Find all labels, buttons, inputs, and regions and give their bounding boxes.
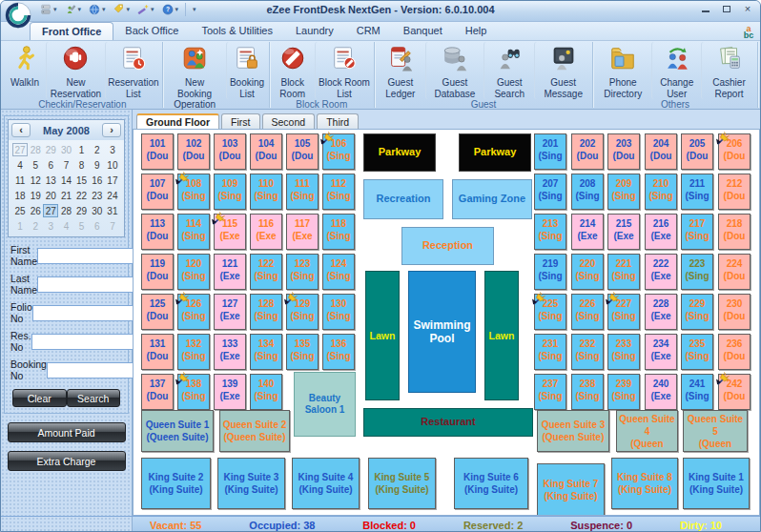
new-booking-operation-button[interactable]: New Booking Operation bbox=[164, 42, 226, 111]
room-210[interactable]: 210(Sing bbox=[645, 174, 677, 210]
calendar-day[interactable]: 19 bbox=[28, 189, 43, 202]
calendar-next-icon[interactable]: › bbox=[102, 123, 121, 137]
calendar-day[interactable]: 5 bbox=[74, 219, 90, 233]
calendar-day[interactable]: 20 bbox=[43, 189, 58, 202]
room-138[interactable]: 138(Sing bbox=[177, 374, 210, 410]
room-228[interactable]: 228(Exe bbox=[645, 294, 677, 330]
queen-suite-4[interactable]: Queen Suite 4(Queen bbox=[616, 410, 678, 452]
calendar-day[interactable]: 28 bbox=[28, 143, 43, 156]
room-239[interactable]: 239(Sing bbox=[607, 374, 640, 410]
queen-suite-2[interactable]: Queen Suite 2(Queen Suite) bbox=[219, 410, 290, 452]
king-suite-1[interactable]: King Suite 1(King Suite) bbox=[683, 458, 750, 509]
guest-database-button[interactable]: Guest Database bbox=[425, 42, 483, 99]
calendar-day[interactable]: 9 bbox=[90, 158, 105, 172]
room-219[interactable]: 219(Sing bbox=[534, 254, 566, 290]
calendar-day[interactable]: 24 bbox=[105, 189, 120, 202]
calendar-day[interactable]: 22 bbox=[74, 189, 90, 202]
guest-message-button[interactable]: Guest Message bbox=[534, 42, 591, 99]
calendar-day[interactable]: 5 bbox=[28, 158, 43, 172]
room-231[interactable]: 231(Sing bbox=[534, 334, 566, 370]
calendar-day[interactable]: 27 bbox=[12, 143, 28, 156]
calendar-day[interactable]: 10 bbox=[105, 158, 120, 172]
room-218[interactable]: 218(Dou bbox=[718, 214, 751, 250]
calendar-day[interactable]: 4 bbox=[12, 158, 28, 172]
room-104[interactable]: 104(Dou bbox=[250, 133, 282, 170]
search-button[interactable]: Search bbox=[67, 389, 121, 407]
queen-suite-1[interactable]: Queen Suite 1(Queen Suite) bbox=[141, 410, 214, 452]
room-221[interactable]: 221(Sing bbox=[607, 254, 640, 290]
room-211[interactable]: 211(Sing bbox=[681, 174, 713, 210]
room-226[interactable]: 226(Sing bbox=[571, 294, 604, 330]
king-suite-8[interactable]: King Suite 8(King Suite) bbox=[611, 458, 678, 509]
calendar-day[interactable]: 29 bbox=[43, 143, 58, 156]
room-207[interactable]: 207(Sing bbox=[534, 174, 566, 210]
block-room-button[interactable]: Block Room bbox=[271, 42, 315, 99]
calendar-day[interactable]: 17 bbox=[105, 174, 120, 187]
new-reservation-button[interactable]: New Reservation bbox=[46, 42, 105, 99]
room-128[interactable]: 128(Sing bbox=[250, 294, 282, 330]
room-103[interactable]: 103(Dou bbox=[214, 133, 246, 170]
room-204[interactable]: 204(Dou bbox=[645, 133, 677, 170]
calendar-day[interactable]: 27 bbox=[43, 204, 58, 217]
calendar-day[interactable]: 12 bbox=[28, 174, 43, 187]
room-136[interactable]: 136(Sing bbox=[322, 334, 355, 370]
menu-tab-tools-utilities[interactable]: Tools & Utilities bbox=[190, 22, 284, 40]
calendar-day[interactable]: 6 bbox=[43, 158, 58, 172]
calendar-day[interactable]: 3 bbox=[43, 219, 58, 233]
room-238[interactable]: 238(Sing bbox=[571, 374, 604, 410]
room-101[interactable]: 101(Dou bbox=[141, 133, 174, 170]
calendar-day[interactable]: 11 bbox=[12, 174, 28, 187]
room-137[interactable]: 137(Dou bbox=[141, 374, 174, 410]
room-116[interactable]: 116(Exe bbox=[250, 214, 282, 250]
room-222[interactable]: 222(Exe bbox=[645, 254, 677, 290]
room-202[interactable]: 202(Dou bbox=[571, 133, 604, 170]
room-140[interactable]: 140(Sing bbox=[250, 374, 282, 410]
calendar-day[interactable]: 7 bbox=[58, 158, 73, 172]
king-suite-7[interactable]: King Suite 7(King Suite) bbox=[537, 463, 605, 516]
extra-charge-button[interactable]: Extra Charge bbox=[8, 451, 126, 471]
guest-search-button[interactable]: Guest Search bbox=[483, 42, 534, 99]
room-115[interactable]: 115(Exe bbox=[214, 214, 246, 250]
room-121[interactable]: 121(Exe bbox=[214, 254, 246, 290]
king-suite-6[interactable]: King Suite 6(King Suite) bbox=[454, 458, 528, 509]
room-124[interactable]: 124(Sing bbox=[322, 254, 355, 290]
king-suite-3[interactable]: King Suite 3(King Suite) bbox=[217, 458, 285, 509]
change-user-button[interactable]: Change User bbox=[651, 42, 701, 99]
room-123[interactable]: 123(Sing bbox=[286, 254, 319, 290]
room-224[interactable]: 224(Dou bbox=[718, 254, 751, 290]
menu-tab-front-office[interactable]: Front Office bbox=[30, 22, 113, 40]
calendar-day[interactable]: 21 bbox=[58, 189, 73, 202]
room-139[interactable]: 139(Exe bbox=[214, 374, 246, 410]
calendar-day[interactable]: 4 bbox=[58, 219, 73, 233]
room-113[interactable]: 113(Dou bbox=[141, 214, 174, 250]
room-203[interactable]: 203(Dou bbox=[607, 133, 640, 170]
calendar-day[interactable]: 23 bbox=[90, 189, 105, 202]
room-108[interactable]: 108(Sing bbox=[177, 174, 210, 210]
room-131[interactable]: 131(Dou bbox=[141, 334, 174, 370]
room-201[interactable]: 201(Sing bbox=[534, 133, 566, 170]
room-102[interactable]: 102(Dou bbox=[177, 133, 210, 170]
menu-tab-back-office[interactable]: Back Office bbox=[113, 22, 190, 40]
king-suite-4[interactable]: King Suite 4(King Suite) bbox=[292, 458, 360, 509]
room-234[interactable]: 234(Exe bbox=[645, 334, 677, 370]
room-223[interactable]: 223(Sing bbox=[681, 254, 713, 290]
room-206[interactable]: 206(Dou bbox=[718, 133, 751, 170]
menu-tab-help[interactable]: Help bbox=[454, 22, 499, 40]
room-212[interactable]: 212(Dou bbox=[718, 174, 751, 210]
amount-paid-button[interactable]: Amount Paid bbox=[8, 422, 126, 442]
calendar-day[interactable]: 18 bbox=[12, 189, 28, 202]
clear-button[interactable]: Clear bbox=[12, 389, 67, 407]
room-130[interactable]: 130(Sing bbox=[322, 294, 355, 330]
room-122[interactable]: 122(Sing bbox=[250, 254, 282, 290]
room-127[interactable]: 127(Exe bbox=[214, 294, 246, 330]
room-125[interactable]: 125(Dou bbox=[141, 294, 174, 330]
room-134[interactable]: 134(Sing bbox=[250, 334, 282, 370]
room-216[interactable]: 216(Exe bbox=[645, 214, 677, 250]
calendar-day[interactable]: 3 bbox=[105, 143, 120, 156]
minimize-icon[interactable] bbox=[699, 4, 712, 15]
calendar-day[interactable]: 15 bbox=[74, 174, 90, 187]
restore-icon[interactable] bbox=[720, 4, 733, 15]
room-117[interactable]: 117(Exe bbox=[286, 214, 319, 250]
walkin-button[interactable]: WalkIn bbox=[4, 42, 46, 89]
room-208[interactable]: 208(Sing bbox=[571, 174, 604, 210]
